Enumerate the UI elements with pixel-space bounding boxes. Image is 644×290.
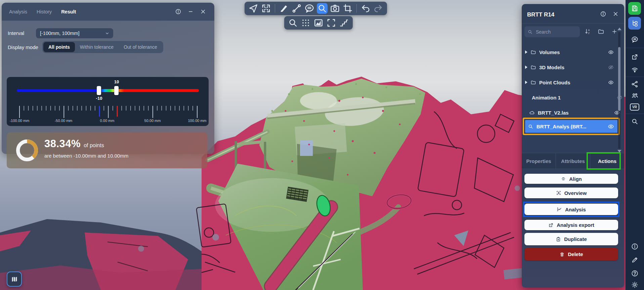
caret-right-icon[interactable] xyxy=(525,50,527,54)
point-grid-icon xyxy=(300,17,311,28)
search-box[interactable] xyxy=(524,26,580,37)
folder-icon xyxy=(530,80,536,85)
magnifier-tool-button[interactable] xyxy=(288,17,298,28)
minimize-icon[interactable] xyxy=(187,8,194,15)
network-button[interactable] xyxy=(630,65,639,74)
visibility-eye-icon[interactable] xyxy=(608,80,614,85)
overview-button[interactable]: Overview xyxy=(524,188,618,198)
tree-item-label: Point Clouds xyxy=(539,80,605,85)
align-button[interactable]: Align xyxy=(524,174,618,184)
analysis-export-button[interactable]: Analysis export xyxy=(524,220,618,230)
share-button[interactable] xyxy=(630,79,639,89)
share-screen-icon xyxy=(631,53,639,61)
histogram-tool-button[interactable] xyxy=(313,17,324,28)
scene-tree-button[interactable] xyxy=(628,17,641,30)
help-button[interactable] xyxy=(630,268,639,278)
tab-history[interactable]: History xyxy=(37,9,52,14)
tick-label: 50.00 mm xyxy=(137,119,168,123)
caret-right-icon[interactable] xyxy=(525,81,527,84)
minimap-button[interactable] xyxy=(7,272,22,287)
tree-item-volumes[interactable]: Volumes xyxy=(523,47,616,57)
scroll-up-arrow[interactable] xyxy=(617,28,621,30)
histogram-icon xyxy=(313,17,324,28)
comment-tool-button[interactable] xyxy=(304,3,315,14)
svg-text:A: A xyxy=(588,29,590,31)
folder-icon xyxy=(598,28,604,35)
delete-button[interactable]: Delete xyxy=(524,248,618,260)
display-mode-within-tolerance[interactable]: Within tolerance xyxy=(75,42,119,52)
tree-item-3d-models[interactable]: 3D Models xyxy=(523,62,616,72)
fit-view-button[interactable] xyxy=(261,3,271,14)
settings-button[interactable] xyxy=(630,280,639,289)
details-tabs: Properties Attributes Actions xyxy=(522,153,624,169)
analysis-button[interactable]: Analysis xyxy=(524,204,618,215)
selection-frame-tool-button[interactable] xyxy=(326,17,337,28)
point-grid-tool-button[interactable] xyxy=(300,17,311,28)
camera-icon xyxy=(330,3,340,14)
search-sidebar-button[interactable] xyxy=(630,117,639,126)
tree-item-brtt-analys-selected[interactable]: BRTT_Analys (BRT... xyxy=(525,120,617,133)
folder-icon xyxy=(530,65,536,70)
tree-item-brtt-v2-las[interactable]: BRTT_V2.las xyxy=(523,108,622,118)
redo-button[interactable] xyxy=(373,3,384,14)
caret-right-icon[interactable] xyxy=(525,66,527,69)
search-icon xyxy=(527,29,533,35)
close-icon[interactable] xyxy=(200,8,206,15)
measure-tool-button[interactable] xyxy=(291,3,302,14)
analysis-search-icon xyxy=(528,124,533,129)
undo-button[interactable] xyxy=(360,3,371,14)
vr-mode-button[interactable]: VR xyxy=(630,102,639,112)
comments-button[interactable] xyxy=(630,35,639,44)
new-folder-button[interactable] xyxy=(596,27,606,36)
gradient-track[interactable] xyxy=(17,89,199,92)
scrollbar-thumb[interactable] xyxy=(618,47,620,111)
scene-tree-icon xyxy=(631,19,638,27)
tab-analysis[interactable]: Analysis xyxy=(9,9,27,14)
visibility-eye-icon[interactable] xyxy=(608,49,614,55)
display-mode-out-of-tolerance[interactable]: Out of tolerance xyxy=(119,42,162,52)
interval-select[interactable]: [-100mm, 100mm] xyxy=(36,28,113,38)
comments-icon xyxy=(631,36,639,43)
camera-tool-button[interactable] xyxy=(330,3,340,14)
tree-item-animation-1[interactable]: Animation 1 xyxy=(523,92,625,102)
visibility-eye-off-icon[interactable] xyxy=(608,65,614,70)
scroll-down-arrow[interactable] xyxy=(617,150,621,153)
interval-label: Interval xyxy=(8,30,24,36)
brush-tool-button[interactable] xyxy=(278,3,289,14)
info-icon[interactable] xyxy=(175,8,181,15)
info-icon[interactable] xyxy=(600,11,606,17)
search-input[interactable] xyxy=(535,29,573,35)
crop-tool-button[interactable] xyxy=(342,3,353,14)
tab-actions[interactable]: Actions xyxy=(590,153,624,169)
lower-tolerance-handle[interactable] xyxy=(97,86,101,95)
tree-item-label: 3D Models xyxy=(539,65,605,70)
info-sidebar-button[interactable] xyxy=(630,242,639,251)
navigate-tool-button[interactable] xyxy=(248,3,259,14)
profile-steps-tool-button[interactable] xyxy=(339,17,349,28)
toolbar-separator xyxy=(356,4,357,13)
comment-icon xyxy=(304,3,315,14)
collaborators-button[interactable] xyxy=(630,91,639,100)
tab-result[interactable]: Result xyxy=(61,9,76,14)
toolbar-separator xyxy=(275,4,275,13)
edit-sidebar-button[interactable] xyxy=(630,255,639,264)
tree-item-point-clouds[interactable]: Point Clouds xyxy=(523,77,616,87)
tab-properties[interactable]: Properties xyxy=(522,153,556,169)
visibility-eye-icon[interactable] xyxy=(608,123,614,130)
wifi-icon xyxy=(631,66,639,74)
tick-label: 0.00 mm xyxy=(92,119,122,123)
sort-button[interactable]: AZ xyxy=(583,27,592,36)
tree-item-label: BRTT_V2.las xyxy=(538,110,611,116)
close-icon[interactable] xyxy=(612,11,619,17)
undo-icon xyxy=(360,3,371,14)
info-icon xyxy=(631,243,639,250)
tab-attributes[interactable]: Attributes xyxy=(556,153,590,169)
save-button[interactable] xyxy=(628,2,641,15)
viewport-toolbar-sub xyxy=(284,16,353,30)
display-mode-all-points[interactable]: All points xyxy=(43,42,75,52)
display-mode-group: All points Within tolerance Out of toler… xyxy=(42,41,163,53)
upper-tolerance-handle[interactable] xyxy=(114,86,119,95)
search-tool-button[interactable] xyxy=(317,3,328,14)
share-screen-button[interactable] xyxy=(630,52,639,61)
duplicate-button[interactable]: Duplicate xyxy=(524,233,618,245)
